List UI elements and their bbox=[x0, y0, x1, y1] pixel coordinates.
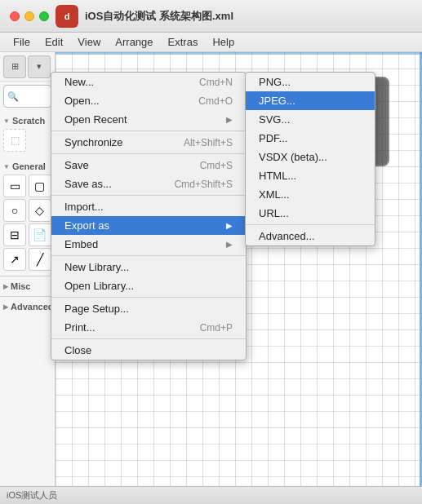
maximize-button[interactable] bbox=[39, 11, 49, 21]
export-html[interactable]: HTML... bbox=[246, 166, 375, 185]
menu-save-label: Save bbox=[64, 159, 89, 171]
menu-file[interactable]: File bbox=[7, 34, 37, 50]
menu-open-recent-arrow: ▶ bbox=[226, 115, 233, 124]
general-shapes: ▭ ▢ ○ ◇ ⊟ 📄 ↗ ╱ bbox=[0, 173, 55, 272]
misc-collapse-icon: ▶ bbox=[3, 283, 8, 290]
shape-rect[interactable]: ▭ bbox=[3, 175, 26, 197]
canvas-top-border bbox=[56, 52, 422, 55]
export-svg-label: SVG... bbox=[259, 113, 290, 126]
title-bar: d iOS自动化测试 系统架构图.xml bbox=[0, 0, 422, 33]
menu-open[interactable]: Open... Cmd+O bbox=[51, 91, 246, 110]
shape-doc[interactable]: 📄 bbox=[29, 223, 51, 246]
window-title: iOS自动化测试 系统架构图.xml bbox=[85, 9, 233, 24]
menu-new[interactable]: New... Cmd+N bbox=[51, 73, 246, 91]
menu-export-as-label: Export as bbox=[64, 219, 109, 232]
menu-extras[interactable]: Extras bbox=[162, 34, 205, 50]
shape-arrow[interactable]: ↗ bbox=[3, 248, 26, 271]
menu-new-library[interactable]: New Library... bbox=[51, 258, 246, 276]
menu-synchronize-shortcut: Alt+Shift+S bbox=[184, 137, 233, 148]
export-xml-label: XML... bbox=[259, 188, 290, 201]
advanced-collapse-icon: ▶ bbox=[3, 303, 8, 311]
export-advanced-label: Advanced... bbox=[259, 230, 315, 242]
misc-section-header[interactable]: ▶ Misc bbox=[0, 280, 55, 293]
menu-new-shortcut: Cmd+N bbox=[199, 77, 233, 88]
export-pdf-label: PDF... bbox=[259, 132, 287, 144]
shape-cylinder[interactable]: ⊟ bbox=[3, 223, 26, 246]
export-pdf[interactable]: PDF... bbox=[246, 129, 375, 148]
menu-page-setup-label: Page Setup... bbox=[64, 303, 129, 315]
menu-print[interactable]: Print... Cmd+P bbox=[51, 318, 246, 337]
traffic-lights bbox=[10, 11, 49, 21]
menu-import[interactable]: Import... bbox=[51, 197, 246, 216]
export-vsdx-label: VSDX (beta)... bbox=[259, 151, 327, 163]
search-box[interactable]: 🔍 bbox=[3, 85, 51, 108]
menu-new-library-label: New Library... bbox=[64, 261, 129, 273]
menu-synchronize[interactable]: Synchronize Alt+Shift+S bbox=[51, 133, 246, 152]
toolbar-btn-grid[interactable]: ⊞ bbox=[3, 55, 26, 78]
separator-2 bbox=[51, 153, 246, 154]
misc-label: Misc bbox=[11, 281, 30, 291]
app-icon: d bbox=[56, 5, 78, 28]
export-vsdx[interactable]: VSDX (beta)... bbox=[246, 148, 375, 166]
export-svg[interactable]: SVG... bbox=[246, 110, 375, 129]
search-icon: 🔍 bbox=[7, 91, 19, 102]
menu-close[interactable]: Close bbox=[51, 341, 246, 360]
menu-save-shortcut: Cmd+S bbox=[200, 160, 233, 171]
menu-open-library-label: Open Library... bbox=[64, 280, 134, 292]
misc-section: ▶ Misc bbox=[0, 276, 55, 296]
shape-rounded[interactable]: ▢ bbox=[29, 175, 51, 197]
shape-diamond[interactable]: ◇ bbox=[29, 199, 51, 222]
menu-embed-label: Embed bbox=[64, 238, 98, 250]
menu-export-as[interactable]: Export as ▶ bbox=[51, 216, 246, 235]
scratch-collapse-icon: ▼ bbox=[3, 117, 10, 125]
export-html-label: HTML... bbox=[259, 170, 296, 182]
scratch-shape-rect[interactable]: ⬚ bbox=[3, 129, 26, 152]
menu-close-label: Close bbox=[64, 344, 91, 356]
file-menu-dropdown[interactable]: New... Cmd+N Open... Cmd+O Open Recent ▶… bbox=[51, 72, 247, 360]
export-submenu[interactable]: PNG... JPEG... SVG... PDF... VSDX (beta)… bbox=[245, 72, 375, 246]
menu-print-label: Print... bbox=[64, 321, 96, 334]
menu-edit[interactable]: Edit bbox=[38, 34, 69, 50]
toolbar-btn-arrow[interactable]: ▾ bbox=[28, 55, 51, 78]
menu-view[interactable]: View bbox=[71, 34, 107, 50]
export-jpeg[interactable]: JPEG... bbox=[246, 91, 375, 110]
scratch-label: Scratch bbox=[12, 116, 45, 126]
separator-1 bbox=[51, 130, 246, 131]
status-text: iOS测试人员 bbox=[7, 489, 57, 502]
menu-help[interactable]: Help bbox=[206, 34, 241, 50]
menu-save-as-shortcut: Cmd+Shift+S bbox=[175, 179, 233, 190]
menu-bar: File Edit View Arrange Extras Help bbox=[0, 33, 422, 52]
export-url[interactable]: URL... bbox=[246, 204, 375, 223]
export-separator bbox=[246, 224, 375, 225]
scratch-section-header[interactable]: ▼ Scratch bbox=[0, 114, 55, 127]
main-content: ⊞ ▾ 🔍 ▼ Scratch ⬚ ▼ General ▭ ▢ ○ ◇ bbox=[0, 52, 422, 504]
menu-open-shortcut: Cmd+O bbox=[198, 95, 233, 107]
separator-3 bbox=[51, 195, 246, 196]
menu-open-library[interactable]: Open Library... bbox=[51, 276, 246, 295]
shape-ellipse[interactable]: ○ bbox=[3, 199, 26, 222]
sidebar: ⊞ ▾ 🔍 ▼ Scratch ⬚ ▼ General ▭ ▢ ○ ◇ bbox=[0, 52, 56, 504]
advanced-label: Advanced bbox=[11, 302, 54, 312]
shape-line[interactable]: ╱ bbox=[29, 248, 51, 271]
export-png[interactable]: PNG... bbox=[246, 73, 375, 91]
menu-synchronize-label: Synchronize bbox=[64, 136, 123, 148]
menu-save[interactable]: Save Cmd+S bbox=[51, 156, 246, 175]
minimize-button[interactable] bbox=[24, 11, 34, 21]
menu-save-as[interactable]: Save as... Cmd+Shift+S bbox=[51, 175, 246, 193]
close-button[interactable] bbox=[10, 11, 20, 21]
menu-open-recent[interactable]: Open Recent ▶ bbox=[51, 110, 246, 129]
menu-arrange[interactable]: Arrange bbox=[109, 34, 159, 50]
menu-embed[interactable]: Embed ▶ bbox=[51, 235, 246, 254]
export-jpeg-label: JPEG... bbox=[259, 95, 295, 107]
menu-print-shortcut: Cmd+P bbox=[200, 322, 233, 334]
general-label: General bbox=[12, 161, 46, 171]
menu-embed-arrow: ▶ bbox=[226, 240, 233, 249]
advanced-section-header[interactable]: ▶ Advanced bbox=[0, 300, 55, 313]
menu-open-recent-label: Open Recent bbox=[64, 113, 127, 126]
general-collapse-icon: ▼ bbox=[3, 163, 10, 170]
export-advanced[interactable]: Advanced... bbox=[246, 227, 375, 245]
general-section-header[interactable]: ▼ General bbox=[0, 160, 55, 173]
menu-page-setup[interactable]: Page Setup... bbox=[51, 299, 246, 318]
export-xml[interactable]: XML... bbox=[246, 185, 375, 204]
separator-4 bbox=[51, 255, 246, 256]
